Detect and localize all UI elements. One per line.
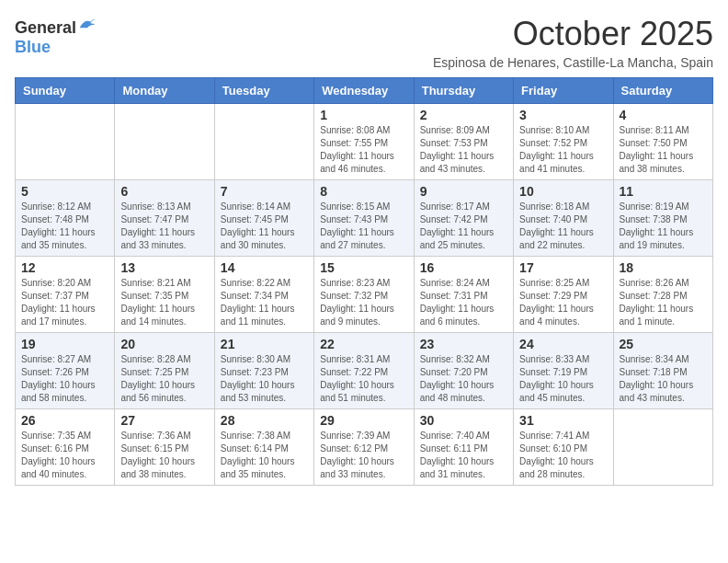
day-info: Sunrise: 8:23 AM Sunset: 7:32 PM Dayligh… (320, 277, 407, 328)
calendar-cell (613, 409, 712, 486)
day-number: 24 (519, 337, 607, 351)
day-info: Sunrise: 8:25 AM Sunset: 7:29 PM Dayligh… (519, 277, 607, 328)
day-number: 22 (320, 337, 407, 351)
day-number: 8 (320, 184, 407, 199)
day-info: Sunrise: 8:09 AM Sunset: 7:53 PM Dayligh… (420, 124, 507, 176)
weekday-header-thursday: Thursday (414, 78, 513, 104)
calendar-cell: 1Sunrise: 8:08 AM Sunset: 7:55 PM Daylig… (314, 104, 414, 180)
calendar-cell: 18Sunrise: 8:26 AM Sunset: 7:28 PM Dayli… (613, 257, 712, 333)
day-number: 6 (120, 184, 208, 199)
calendar-cell: 30Sunrise: 7:40 AM Sunset: 6:11 PM Dayli… (414, 409, 513, 486)
day-info: Sunrise: 8:18 AM Sunset: 7:40 PM Dayligh… (519, 201, 607, 252)
calendar-cell: 5Sunrise: 8:12 AM Sunset: 7:48 PM Daylig… (16, 180, 115, 257)
day-number: 11 (620, 184, 707, 199)
day-info: Sunrise: 8:17 AM Sunset: 7:42 PM Dayligh… (420, 201, 507, 252)
day-number: 28 (221, 413, 308, 428)
day-number: 23 (420, 337, 507, 351)
day-number: 1 (320, 108, 407, 122)
calendar-cell: 11Sunrise: 8:19 AM Sunset: 7:38 PM Dayli… (613, 180, 712, 257)
day-info: Sunrise: 8:10 AM Sunset: 7:52 PM Dayligh… (519, 124, 607, 176)
day-number: 10 (519, 184, 607, 199)
day-info: Sunrise: 7:35 AM Sunset: 6:16 PM Dayligh… (21, 430, 108, 481)
weekday-header-sunday: Sunday (16, 78, 115, 104)
calendar-cell: 22Sunrise: 8:31 AM Sunset: 7:22 PM Dayli… (314, 333, 414, 409)
day-number: 20 (120, 337, 208, 351)
calendar-cell: 2Sunrise: 8:09 AM Sunset: 7:53 PM Daylig… (414, 104, 513, 180)
day-number: 19 (21, 337, 108, 351)
day-info: Sunrise: 8:11 AM Sunset: 7:50 PM Dayligh… (620, 124, 707, 176)
weekday-header-monday: Monday (115, 78, 214, 104)
day-info: Sunrise: 8:28 AM Sunset: 7:25 PM Dayligh… (120, 353, 208, 405)
calendar-cell: 17Sunrise: 8:25 AM Sunset: 7:29 PM Dayli… (514, 257, 613, 333)
day-info: Sunrise: 8:33 AM Sunset: 7:19 PM Dayligh… (519, 353, 607, 405)
logo-general: General (15, 18, 76, 37)
calendar-cell: 3Sunrise: 8:10 AM Sunset: 7:52 PM Daylig… (514, 104, 613, 180)
month-title: October 2025 (433, 15, 713, 53)
logo-bird-icon (78, 15, 97, 33)
day-number: 31 (519, 413, 607, 428)
weekday-header-wednesday: Wednesday (314, 78, 414, 104)
day-info: Sunrise: 8:13 AM Sunset: 7:47 PM Dayligh… (120, 201, 208, 252)
calendar-cell: 6Sunrise: 8:13 AM Sunset: 7:47 PM Daylig… (115, 180, 214, 257)
title-block: October 2025 Espinosa de Henares, Castil… (433, 15, 713, 70)
calendar-cell: 23Sunrise: 8:32 AM Sunset: 7:20 PM Dayli… (414, 333, 513, 409)
calendar-cell: 10Sunrise: 8:18 AM Sunset: 7:40 PM Dayli… (514, 180, 613, 257)
day-info: Sunrise: 8:12 AM Sunset: 7:48 PM Dayligh… (21, 201, 108, 252)
day-info: Sunrise: 7:36 AM Sunset: 6:15 PM Dayligh… (120, 430, 208, 481)
day-info: Sunrise: 7:39 AM Sunset: 6:12 PM Dayligh… (320, 430, 407, 481)
calendar-cell: 9Sunrise: 8:17 AM Sunset: 7:42 PM Daylig… (414, 180, 513, 257)
day-info: Sunrise: 8:30 AM Sunset: 7:23 PM Dayligh… (221, 353, 308, 405)
calendar-cell: 29Sunrise: 7:39 AM Sunset: 6:12 PM Dayli… (314, 409, 414, 486)
day-info: Sunrise: 8:15 AM Sunset: 7:43 PM Dayligh… (320, 201, 407, 252)
day-info: Sunrise: 8:27 AM Sunset: 7:26 PM Dayligh… (21, 353, 108, 405)
day-info: Sunrise: 8:32 AM Sunset: 7:20 PM Dayligh… (420, 353, 507, 405)
calendar-week-row: 26Sunrise: 7:35 AM Sunset: 6:16 PM Dayli… (16, 409, 713, 486)
day-number: 7 (221, 184, 308, 199)
calendar-cell: 4Sunrise: 8:11 AM Sunset: 7:50 PM Daylig… (613, 104, 712, 180)
calendar-week-row: 19Sunrise: 8:27 AM Sunset: 7:26 PM Dayli… (16, 333, 713, 409)
calendar-week-row: 5Sunrise: 8:12 AM Sunset: 7:48 PM Daylig… (16, 180, 713, 257)
day-number: 2 (420, 108, 507, 122)
day-number: 30 (420, 413, 507, 428)
weekday-header-tuesday: Tuesday (214, 78, 313, 104)
calendar-week-row: 1Sunrise: 8:08 AM Sunset: 7:55 PM Daylig… (16, 104, 713, 180)
day-info: Sunrise: 8:20 AM Sunset: 7:37 PM Dayligh… (21, 277, 108, 328)
day-number: 12 (21, 260, 108, 275)
day-info: Sunrise: 8:24 AM Sunset: 7:31 PM Dayligh… (420, 277, 507, 328)
day-number: 27 (120, 413, 208, 428)
calendar-week-row: 12Sunrise: 8:20 AM Sunset: 7:37 PM Dayli… (16, 257, 713, 333)
calendar-cell: 20Sunrise: 8:28 AM Sunset: 7:25 PM Dayli… (115, 333, 214, 409)
day-info: Sunrise: 8:26 AM Sunset: 7:28 PM Dayligh… (620, 277, 707, 328)
calendar-cell: 24Sunrise: 8:33 AM Sunset: 7:19 PM Dayli… (514, 333, 613, 409)
calendar-cell (214, 104, 313, 180)
calendar-cell: 8Sunrise: 8:15 AM Sunset: 7:43 PM Daylig… (314, 180, 414, 257)
day-number: 21 (221, 337, 308, 351)
calendar-cell: 19Sunrise: 8:27 AM Sunset: 7:26 PM Dayli… (16, 333, 115, 409)
weekday-header-row: SundayMondayTuesdayWednesdayThursdayFrid… (16, 78, 713, 104)
day-number: 15 (320, 260, 407, 275)
day-info: Sunrise: 7:40 AM Sunset: 6:11 PM Dayligh… (420, 430, 507, 481)
calendar-cell: 13Sunrise: 8:21 AM Sunset: 7:35 PM Dayli… (115, 257, 214, 333)
day-info: Sunrise: 8:21 AM Sunset: 7:35 PM Dayligh… (120, 277, 208, 328)
day-info: Sunrise: 8:31 AM Sunset: 7:22 PM Dayligh… (320, 353, 407, 405)
day-number: 16 (420, 260, 507, 275)
day-number: 25 (620, 337, 707, 351)
day-info: Sunrise: 8:22 AM Sunset: 7:34 PM Dayligh… (221, 277, 308, 328)
day-number: 5 (21, 184, 108, 199)
logo-blue: Blue (15, 38, 51, 56)
calendar-cell: 31Sunrise: 7:41 AM Sunset: 6:10 PM Dayli… (514, 409, 613, 486)
day-info: Sunrise: 8:14 AM Sunset: 7:45 PM Dayligh… (221, 201, 308, 252)
calendar-cell: 25Sunrise: 8:34 AM Sunset: 7:18 PM Dayli… (613, 333, 712, 409)
calendar-cell: 27Sunrise: 7:36 AM Sunset: 6:15 PM Dayli… (115, 409, 214, 486)
logo: General Blue (15, 15, 97, 57)
day-info: Sunrise: 8:34 AM Sunset: 7:18 PM Dayligh… (620, 353, 707, 405)
day-number: 26 (21, 413, 108, 428)
day-info: Sunrise: 7:38 AM Sunset: 6:14 PM Dayligh… (221, 430, 308, 481)
calendar-cell: 28Sunrise: 7:38 AM Sunset: 6:14 PM Dayli… (214, 409, 313, 486)
day-info: Sunrise: 8:08 AM Sunset: 7:55 PM Dayligh… (320, 124, 407, 176)
location-subtitle: Espinosa de Henares, Castille-La Mancha,… (433, 55, 713, 70)
day-number: 17 (519, 260, 607, 275)
day-number: 29 (320, 413, 407, 428)
weekday-header-friday: Friday (514, 78, 613, 104)
calendar-cell (16, 104, 115, 180)
